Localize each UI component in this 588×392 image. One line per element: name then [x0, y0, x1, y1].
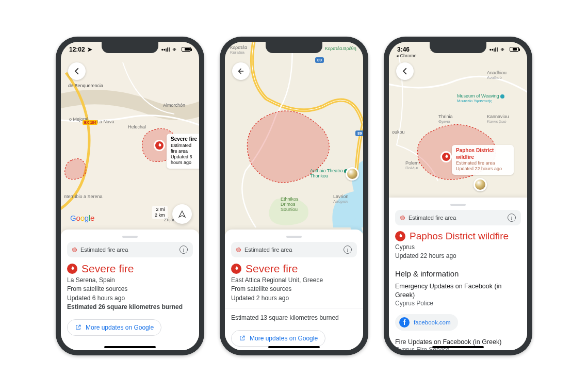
fire-source: From satellite sources — [67, 285, 193, 293]
photo-pin[interactable] — [346, 167, 359, 181]
map-label: oukou — [392, 129, 405, 135]
back-button[interactable] — [68, 62, 86, 80]
fire-area-chip[interactable]: Estimated fire area i — [395, 210, 521, 225]
chevron-left-icon — [72, 67, 81, 76]
phone-frame-3: 3:46 ••ıllᯤ ◂ Chrome Χρυσοχούς AnadhiouΑ… — [384, 37, 532, 355]
open-in-new-icon — [75, 324, 81, 331]
help-item-title[interactable]: Emergency Updates on Facebook (in Greek) — [395, 282, 521, 300]
more-updates-button[interactable]: More updates on Google — [67, 319, 161, 336]
map-label: ThriniaΘρινιά — [438, 114, 453, 124]
phone-screen-1: 12:02 ➤ ••ıllᯤ de Benquerencia EX-104 — [61, 42, 199, 350]
fire-title: Paphos District wildfire — [410, 231, 509, 242]
fire-area-chip[interactable]: Estimated fire area i — [231, 242, 357, 257]
map-label: La Nava — [97, 119, 115, 124]
fire-location: East Attica Regional Unit, Greece — [231, 276, 357, 285]
fire-title: Severe fire — [246, 263, 298, 275]
fire-icon — [443, 154, 449, 160]
fire-area-chip[interactable]: Estimated fire area i — [67, 242, 193, 257]
fire-icon — [67, 264, 77, 274]
fire-callout[interactable]: Paphos District wildfire Estimated fire … — [452, 145, 514, 175]
fire-icon — [156, 142, 162, 149]
more-updates-button[interactable]: More updates on Google — [231, 330, 325, 347]
info-icon[interactable]: i — [344, 246, 352, 254]
facebook-icon: f — [399, 317, 410, 328]
map-label: Helechal — [128, 124, 146, 129]
map-label: PolemiΠολέμι — [405, 160, 420, 170]
fire-location: Cyprus — [395, 243, 521, 252]
open-in-new-icon — [239, 335, 246, 341]
fire-source: From satellite sources — [231, 285, 357, 293]
map-poi[interactable]: Museum of Weaving Μουσείο Υφαντικής — [457, 93, 504, 103]
map-poi: EthnikosDrimosSouniou — [281, 197, 299, 212]
location-indicator-icon: ➤ — [87, 46, 92, 53]
phone-screen-3: 3:46 ••ıllᯤ ◂ Chrome Χρυσοχούς AnadhiouΑ… — [389, 42, 527, 350]
fire-area-icon — [400, 216, 405, 220]
status-icons: ••ıllᯤ — [159, 46, 191, 53]
fire-updated: Updated 22 hours ago — [395, 252, 521, 260]
status-time: 12:02 — [69, 46, 85, 53]
fire-updated: Updated 6 hours ago — [67, 294, 193, 303]
fire-area-icon — [236, 248, 241, 252]
chip-label: Estimated fire area — [409, 215, 456, 221]
photo-pin[interactable] — [473, 178, 487, 191]
help-heading: Help & information — [395, 269, 521, 278]
google-logo: Google — [70, 214, 94, 222]
back-button[interactable] — [232, 62, 250, 80]
fire-callout[interactable]: Severe fire Estimated fire area Updated … — [167, 134, 199, 169]
notch — [266, 42, 322, 53]
help-item-title[interactable]: Fire Updates on Facebook (in Greek) — [395, 338, 521, 347]
chevron-left-icon — [400, 67, 410, 76]
back-button[interactable] — [396, 62, 414, 80]
home-indicator[interactable] — [104, 346, 156, 348]
map-label: Almorchón — [163, 103, 185, 108]
map-poi[interactable]: Archaio Theatro Thorikou — [310, 168, 348, 178]
sheet-grabber[interactable] — [286, 236, 302, 238]
road-shield: 89 — [355, 130, 363, 136]
home-indicator[interactable] — [432, 346, 484, 348]
callout-line: Estimated fire area — [171, 143, 199, 155]
notch — [102, 42, 158, 53]
road-shield: 89 — [315, 57, 324, 63]
info-icon[interactable]: i — [179, 246, 188, 254]
fire-pin[interactable] — [154, 140, 165, 151]
chip-label: Estimated fire area — [80, 247, 128, 253]
info-sheet[interactable]: Estimated fire area i Severe fire La Ser… — [61, 230, 199, 350]
callout-title: Paphos District wildfire — [456, 148, 510, 160]
fire-pin[interactable] — [440, 151, 452, 162]
info-icon[interactable]: i — [508, 214, 516, 222]
info-sheet[interactable]: Estimated fire area i Severe fire East A… — [225, 230, 363, 350]
fire-area-icon — [72, 248, 77, 252]
notch — [430, 42, 486, 53]
fire-icon — [395, 231, 405, 241]
map-label: KannaviouΚανναβιού — [487, 114, 509, 124]
callout-line: Updated 22 hours ago — [456, 166, 510, 172]
map-label: LavrionΛαύριον — [333, 194, 349, 204]
callout-title: Severe fire — [171, 136, 199, 143]
sheet-grabber[interactable] — [122, 236, 138, 238]
phone-frame-1: 12:02 ➤ ••ıllᯤ de Benquerencia EX-104 — [56, 37, 204, 355]
breadcrumb-back[interactable]: ◂ Chrome — [396, 53, 417, 58]
phone-frame-2: ΚερατέαKeratea Κερατέα.Βρέθη 89 89 Archa… — [220, 37, 368, 355]
more-updates-label: More updates on Google — [86, 324, 154, 331]
more-updates-label: More updates on Google — [250, 335, 318, 342]
road-badge: EX-104 — [83, 120, 97, 125]
my-location-button[interactable] — [172, 204, 192, 224]
compass-arrow-icon — [177, 209, 187, 219]
facebook-chip-label: facebook.com — [414, 319, 451, 325]
fire-area-burned: Estimated 13 square kilometres burned — [225, 308, 363, 322]
fire-updated: Updated 2 hours ago — [231, 294, 357, 303]
map-scale: 2 mi2 km — [152, 206, 168, 219]
map-label: nterrubio a Serena — [64, 194, 103, 199]
map-label: Κερατέα.Βρέθη — [325, 46, 356, 51]
map-label: AnadhiouΑναδιού — [487, 70, 507, 80]
info-sheet[interactable]: Estimated fire area i Paphos District wi… — [389, 198, 527, 350]
fire-icon — [231, 264, 241, 274]
arrow-left-icon — [236, 67, 246, 76]
facebook-chip[interactable]: f facebook.com — [395, 314, 458, 331]
status-icons: ••ıllᯤ — [487, 46, 519, 53]
home-indicator[interactable] — [268, 346, 320, 348]
callout-line: Updated 6 hours ago — [171, 154, 199, 166]
status-time: 3:46 — [397, 46, 410, 53]
help-item-source: Cyprus Police — [395, 300, 521, 307]
sheet-grabber[interactable] — [450, 204, 466, 206]
